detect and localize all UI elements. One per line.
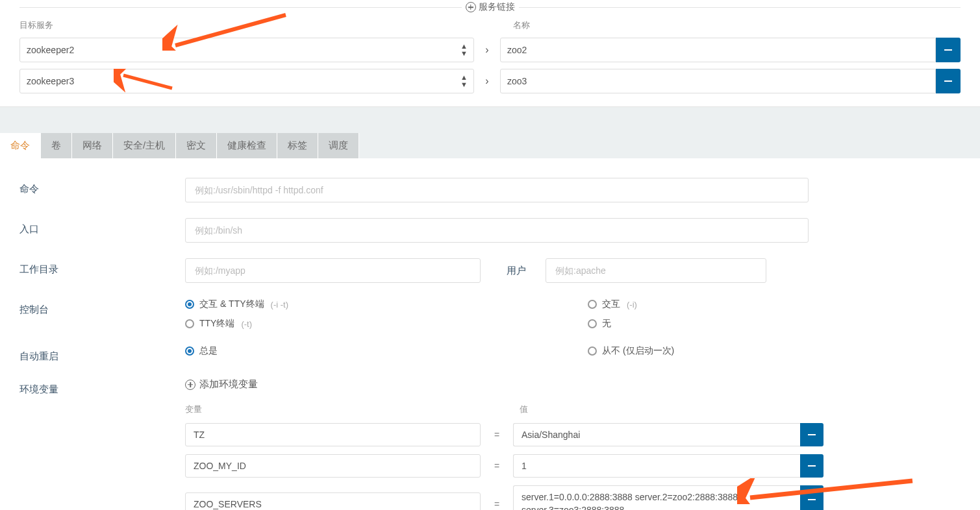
env-key-input[interactable] xyxy=(185,454,481,478)
tab-6[interactable]: 标签 xyxy=(277,133,318,158)
entry-input[interactable] xyxy=(185,218,809,243)
user-label: 用户 xyxy=(507,265,526,277)
arrow-right-icon: › xyxy=(474,75,500,87)
env-vars-label: 环境变量 xyxy=(19,378,185,396)
select-caret-icon: ▲▼ xyxy=(460,43,468,57)
equals-sign: = xyxy=(481,430,513,440)
console-interactive-tty-radio[interactable]: 交互 & TTY终端 (-i -t) xyxy=(185,298,458,310)
add-service-link-button[interactable]: 服务链接 xyxy=(466,1,515,13)
env-key-input[interactable] xyxy=(185,423,481,446)
tab-1[interactable]: 卷 xyxy=(41,133,72,158)
tab-4[interactable]: 密文 xyxy=(176,133,217,158)
tab-3[interactable]: 安全/主机 xyxy=(113,133,176,158)
command-label: 命令 xyxy=(19,178,185,195)
equals-sign: = xyxy=(481,461,513,471)
env-key-input[interactable] xyxy=(185,492,481,510)
remove-env-button[interactable] xyxy=(800,485,823,510)
tab-5[interactable]: 健康检查 xyxy=(217,133,277,158)
remove-link-button[interactable] xyxy=(936,38,961,62)
target-service-value: zookeeper3 xyxy=(27,76,74,86)
plus-circle-icon xyxy=(185,380,195,390)
target-service-select[interactable]: zookeeper2 xyxy=(19,38,474,62)
remove-env-button[interactable] xyxy=(800,454,823,478)
equals-sign: = xyxy=(481,499,513,509)
env-value-textarea[interactable] xyxy=(513,485,800,510)
target-service-label: 目标服务 xyxy=(19,19,474,31)
auto-restart-label: 自动重启 xyxy=(19,345,185,363)
restart-never-radio[interactable]: 从不 (仅启动一次) xyxy=(588,345,861,357)
target-service-value: zookeeper2 xyxy=(27,45,74,55)
service-link-title: 服务链接 xyxy=(479,1,515,13)
arrow-right-icon: › xyxy=(474,44,500,56)
link-name-input[interactable] xyxy=(500,69,936,93)
entry-label: 入口 xyxy=(19,218,185,236)
console-none-radio[interactable]: 无 xyxy=(588,318,861,330)
console-label: 控制台 xyxy=(19,298,185,316)
tab-2[interactable]: 网络 xyxy=(72,133,113,158)
env-var-header: 变量 xyxy=(185,404,481,415)
workdir-input[interactable] xyxy=(185,258,481,283)
tabs: 命令卷网络安全/主机密文健康检查标签调度 xyxy=(0,133,980,158)
console-interactive-radio[interactable]: 交互 (-i) xyxy=(588,298,861,310)
select-caret-icon: ▲▼ xyxy=(460,74,468,88)
console-tty-radio[interactable]: TTY终端 (-t) xyxy=(185,318,458,330)
env-value-input[interactable] xyxy=(513,454,800,478)
name-label: 名称 xyxy=(513,19,530,31)
target-service-select[interactable]: zookeeper3 xyxy=(19,69,474,93)
workdir-label: 工作目录 xyxy=(19,258,185,276)
service-link-header: 服务链接 xyxy=(19,0,961,14)
add-env-var-button[interactable]: 添加环境变量 xyxy=(185,378,258,391)
remove-env-button[interactable] xyxy=(800,423,823,446)
env-val-header: 值 xyxy=(520,404,528,415)
link-name-input[interactable] xyxy=(500,38,936,62)
user-input[interactable] xyxy=(546,258,766,283)
tab-0[interactable]: 命令 xyxy=(0,133,41,158)
env-value-input[interactable] xyxy=(513,423,800,446)
plus-circle-icon xyxy=(466,2,476,12)
restart-always-radio[interactable]: 总是 xyxy=(185,345,458,357)
command-panel: 命令 入口 工作目录 用户 xyxy=(0,158,980,510)
tab-7[interactable]: 调度 xyxy=(318,133,359,158)
remove-link-button[interactable] xyxy=(936,69,961,93)
command-input[interactable] xyxy=(185,178,809,202)
